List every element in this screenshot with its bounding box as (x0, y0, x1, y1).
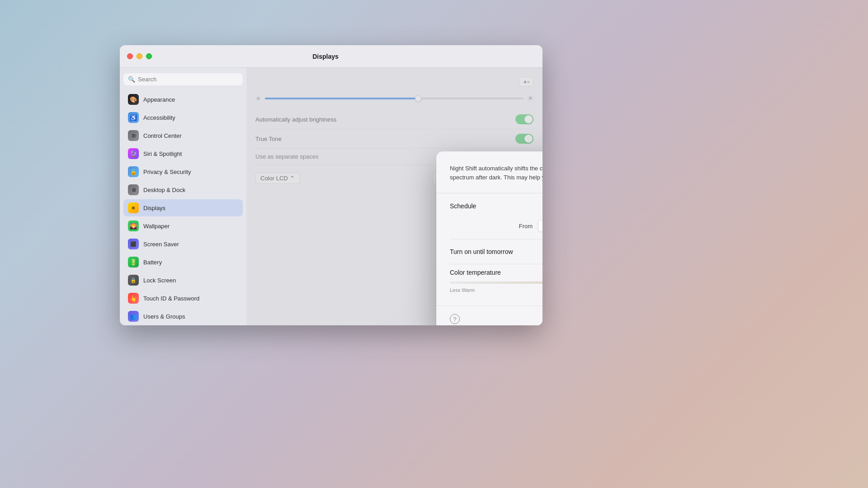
screensaver-icon: ⬛ (128, 239, 139, 249)
sidebar-item-wallpaper[interactable]: 🌄 Wallpaper (123, 217, 243, 235)
modal-body: Night Shift automatically shifts the col… (436, 151, 542, 305)
window-title: Displays (120, 53, 535, 60)
sidebar-item-users[interactable]: 👥 Users & Groups (123, 308, 243, 325)
privacy-icon: 🔒 (128, 166, 139, 177)
sidebar-item-battery[interactable]: 🔋 Battery (123, 253, 243, 271)
color-temp-section: Color temperature Less Warm More Warm (450, 264, 542, 296)
turn-on-label: Turn on until tomorrow (450, 248, 513, 255)
help-button[interactable]: ? (450, 314, 460, 324)
sidebar-item-label: Touch ID & Password (143, 295, 199, 302)
sidebar-item-siri[interactable]: 🔮 Siri & Spotlight (123, 145, 243, 162)
displays-icon: ☀ (128, 202, 139, 213)
sidebar-item-appearance[interactable]: 🎨 Appearance (123, 91, 243, 108)
sidebar-item-label: Users & Groups (143, 313, 185, 320)
search-icon: 🔍 (128, 76, 135, 83)
sidebar-item-screensaver[interactable]: ⬛ Screen Saver (123, 235, 243, 253)
turn-on-row: Turn on until tomorrow (450, 239, 542, 264)
users-icon: 👥 (128, 311, 139, 322)
sidebar-item-touchid[interactable]: 👆 Touch ID & Password (123, 290, 243, 307)
control-center-icon: ⊞ (128, 130, 139, 141)
schedule-row: Schedule Custom ⌃ (450, 193, 542, 216)
sidebar-item-label: Control Center (143, 132, 182, 139)
desktop-icon: 🖥 (128, 184, 139, 195)
less-warm-label: Less Warm (450, 287, 475, 293)
wallpaper-icon: 🌄 (128, 221, 139, 231)
sidebar-item-label: Displays (143, 205, 165, 211)
search-input[interactable] (138, 76, 238, 83)
schedule-label: Schedule (450, 202, 476, 210)
color-temp-label: Color temperature (450, 269, 542, 276)
search-bar[interactable]: 🔍 (123, 73, 243, 85)
sidebar-item-label: Lock Screen (143, 277, 176, 284)
sidebar-item-accessibility[interactable]: ♿ Accessibility (123, 109, 243, 126)
sidebar-item-control-center[interactable]: ⊞ Control Center (123, 127, 243, 144)
modal-description: Night Shift automatically shifts the col… (450, 164, 542, 182)
battery-icon: 🔋 (128, 257, 139, 267)
main-panel: + ▾ ☀ ☀ Automatically adjust brightness (246, 68, 542, 325)
lockscreen-icon: 🔒 (128, 275, 139, 286)
sidebar-item-label: Wallpaper (143, 223, 170, 230)
title-bar: Displays (120, 45, 542, 68)
from-time-value: 10:00 PM (542, 223, 542, 230)
sidebar-item-displays[interactable]: ☀ Displays (123, 199, 243, 216)
color-temp-slider[interactable] (450, 282, 542, 284)
siri-icon: 🔮 (128, 148, 139, 159)
color-temp-slider-container: Less Warm More Warm (450, 282, 542, 293)
touchid-icon: 👆 (128, 293, 139, 304)
sidebar-item-label: Accessibility (143, 114, 175, 121)
sidebar: 🔍 🎨 Appearance ♿ Accessibility ⊞ Con (120, 68, 246, 325)
sidebar-item-lockscreen[interactable]: 🔒 Lock Screen (123, 272, 243, 289)
modal-footer: ? Done (436, 305, 542, 325)
sidebar-item-label: Battery (143, 259, 162, 266)
time-row: From 10:00 PM ▲ ▼ to 7:00 AM (450, 216, 542, 239)
window-content: 🔍 🎨 Appearance ♿ Accessibility ⊞ Con (120, 68, 542, 325)
sidebar-item-label: Siri & Spotlight (143, 150, 182, 157)
sidebar-item-desktop[interactable]: 🖥 Desktop & Dock (123, 181, 243, 198)
sidebar-item-label: Appearance (143, 96, 175, 103)
appearance-icon: 🎨 (128, 94, 139, 105)
system-preferences-window: Displays 🔍 🎨 Appearance ♿ Accessibility (120, 45, 542, 325)
night-shift-modal: Night Shift automatically shifts the col… (436, 151, 542, 325)
accessibility-icon: ♿ (128, 112, 139, 123)
sidebar-item-privacy[interactable]: 🔒 Privacy & Security (123, 163, 243, 180)
from-time-picker[interactable]: 10:00 PM ▲ ▼ (538, 220, 542, 232)
from-label: From (519, 223, 533, 230)
color-temp-labels: Less Warm More Warm (450, 287, 542, 293)
sidebar-item-label: Privacy & Security (143, 169, 191, 175)
sidebar-item-label: Screen Saver (143, 241, 179, 248)
sidebar-item-label: Desktop & Dock (143, 187, 185, 193)
